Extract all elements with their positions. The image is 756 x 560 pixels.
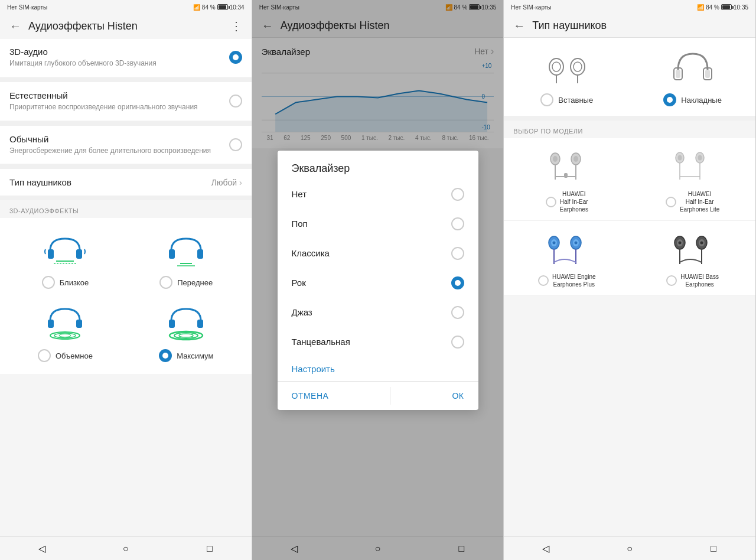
- battery-percent-3: 84 %: [706, 4, 719, 11]
- model-section-label: ВЫБОР ПО МОДЕЛИ: [504, 121, 755, 138]
- half-in-ear-radio[interactable]: [546, 197, 556, 207]
- earphone-type-nav[interactable]: Тип наушников Любой ›: [0, 169, 252, 196]
- nav-home-3[interactable]: ○: [621, 540, 638, 558]
- battery-icon-1: [217, 4, 228, 10]
- dialog-separator: [390, 387, 390, 405]
- front-headphone-icon: [162, 230, 210, 271]
- back-button-3[interactable]: ←: [513, 19, 525, 32]
- rock-radio[interactable]: [451, 276, 464, 289]
- audio-mode-front[interactable]: Переднее: [126, 223, 247, 296]
- dance-radio[interactable]: [451, 336, 464, 349]
- setting-normal[interactable]: Обычный Энергосбережение для более длите…: [0, 126, 252, 164]
- nav-recent-3[interactable]: □: [705, 540, 722, 558]
- classic-label: Классика: [292, 248, 330, 258]
- bottom-nav-3: ◁ ○ □: [504, 536, 755, 560]
- front-radio[interactable]: [159, 276, 172, 289]
- svg-point-57: [678, 241, 681, 244]
- normal-radio[interactable]: [229, 138, 242, 151]
- surround-radio[interactable]: [38, 349, 51, 362]
- earbuds-radio[interactable]: [540, 93, 553, 106]
- nav-home-icon-1: ○: [123, 543, 129, 554]
- none-radio[interactable]: [451, 188, 464, 201]
- front-label-row: Переднее: [159, 276, 213, 289]
- dialog-overlay: Эквалайзер Нет Поп Классика Рок Джаз: [252, 0, 504, 560]
- natural-desc: Приоритетное воспроизведение оригинально…: [9, 102, 198, 112]
- model-bass[interactable]: HUAWEI Bass Earphones: [630, 221, 755, 296]
- audio-modes-grid: Близкое Переднее: [0, 218, 252, 374]
- max-label: Максимум: [177, 351, 213, 360]
- close-label: Близкое: [60, 278, 89, 287]
- close-label-row: Близкое: [42, 276, 89, 289]
- bass-radio[interactable]: [666, 275, 677, 286]
- dialog-item-none[interactable]: Нет: [278, 180, 478, 209]
- svg-rect-13: [169, 320, 175, 328]
- over-ear-label: Накладные: [681, 96, 722, 105]
- audio-mode-max[interactable]: Максимум: [126, 296, 247, 369]
- half-in-ear-lite-radio[interactable]: [666, 197, 676, 207]
- over-ear-radio[interactable]: [663, 93, 676, 106]
- wifi-icon: 📶: [193, 4, 200, 11]
- 3d-audio-radio[interactable]: [229, 51, 242, 64]
- status-bar-3: Нет SIM-карты 📶 84 % 10:35: [504, 0, 755, 14]
- content-3: Вставные: [504, 38, 755, 536]
- back-button-1[interactable]: ←: [9, 19, 21, 33]
- pop-radio[interactable]: [451, 217, 464, 230]
- earphone-chevron-icon: ›: [239, 178, 242, 187]
- nav-back-3[interactable]: ◁: [537, 540, 555, 558]
- dialog-item-jazz[interactable]: Джаз: [278, 298, 478, 327]
- classic-radio[interactable]: [451, 247, 464, 260]
- more-button-1[interactable]: ⋮: [230, 19, 242, 33]
- jazz-radio[interactable]: [451, 306, 464, 319]
- divider-p3: [504, 116, 755, 121]
- customize-link[interactable]: Настроить: [278, 357, 478, 381]
- earphone-type-grid: Вставные: [504, 38, 755, 116]
- nav-home-icon-3: ○: [627, 543, 633, 554]
- dialog-item-pop[interactable]: Поп: [278, 209, 478, 239]
- earphone-earbuds[interactable]: Вставные: [504, 38, 630, 116]
- cancel-button[interactable]: ОТМЕНА: [282, 384, 338, 408]
- nav-recent-1[interactable]: □: [201, 540, 219, 558]
- earphone-over-ear[interactable]: Накладные: [630, 38, 755, 116]
- over-ear-label-row: Накладные: [663, 93, 722, 106]
- setting-natural[interactable]: Естественный Приоритетное воспроизведени…: [0, 82, 252, 121]
- svg-rect-39: [564, 173, 568, 178]
- half-in-ear-lite-label-row: HUAWEI Half In-Ear Earphones Lite: [666, 190, 719, 213]
- time-3: 10:35: [734, 4, 748, 11]
- divider-4: [0, 196, 252, 200]
- svg-rect-8: [48, 320, 54, 328]
- close-headphone-icon: [41, 230, 89, 271]
- natural-title: Естественный: [9, 90, 198, 100]
- natural-radio[interactable]: [229, 95, 242, 108]
- model-grid: HUAWEI Half In-Ear Earphones: [504, 138, 755, 296]
- time-1: 10:34: [230, 4, 245, 11]
- pop-label: Поп: [292, 219, 308, 229]
- nav-home-1[interactable]: ○: [117, 540, 135, 558]
- close-radio[interactable]: [42, 276, 55, 289]
- model-engine-plus[interactable]: HUAWEI Engine Earphones Plus: [504, 221, 630, 296]
- nav-back-icon-3: ◁: [542, 543, 549, 554]
- model-half-in-ear-lite[interactable]: HUAWEI Half In-Ear Earphones Lite: [630, 138, 755, 221]
- half-in-ear-label-row: HUAWEI Half In-Ear Earphones: [546, 190, 588, 213]
- dance-label: Танцевальная: [292, 337, 350, 347]
- engine-plus-radio[interactable]: [538, 275, 549, 286]
- svg-rect-31: [705, 70, 710, 78]
- max-radio[interactable]: [159, 349, 172, 362]
- audio-mode-surround[interactable]: Объемное: [5, 296, 126, 369]
- dialog-item-classic[interactable]: Классика: [278, 239, 478, 268]
- earphone-type-value: Любой: [211, 178, 237, 187]
- app-bar-3: ← Тип наушников: [504, 14, 755, 38]
- audio-mode-close[interactable]: Близкое: [5, 223, 126, 296]
- jazz-label: Джаз: [292, 307, 312, 317]
- svg-point-17: [179, 334, 193, 337]
- dialog-item-rock[interactable]: Рок: [278, 268, 478, 298]
- dialog-item-dance[interactable]: Танцевальная: [278, 327, 478, 357]
- model-half-in-ear[interactable]: HUAWEI Half In-Ear Earphones: [504, 138, 630, 221]
- front-label: Переднее: [177, 278, 213, 287]
- status-right-1: 📶 84 % 10:34: [193, 4, 245, 11]
- ok-button[interactable]: ОК: [442, 384, 473, 408]
- svg-point-22: [549, 58, 563, 75]
- nav-back-1[interactable]: ◁: [33, 540, 51, 558]
- setting-3d-audio[interactable]: 3D-аудио Имитация глубокого объемного 3D…: [0, 38, 252, 77]
- status-right-3: 📶 84 % 10:35: [697, 4, 748, 11]
- max-headphone-icon: [162, 303, 210, 344]
